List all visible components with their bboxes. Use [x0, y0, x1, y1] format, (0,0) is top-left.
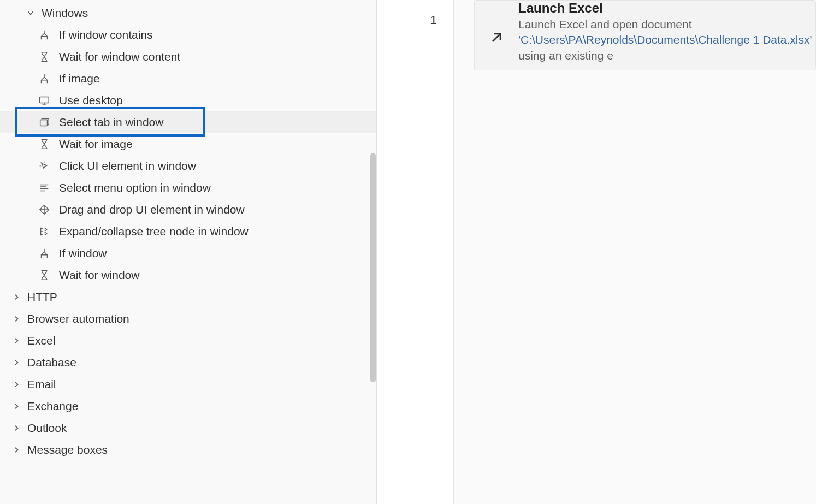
action-label: If window contains	[59, 28, 153, 41]
category-outlook[interactable]: Outlook	[0, 417, 376, 439]
action-wait-for-image[interactable]: Wait for image	[0, 133, 376, 155]
hourglass-icon	[38, 138, 50, 150]
svg-rect-1	[40, 120, 48, 126]
category-excel[interactable]: Excel	[0, 330, 376, 352]
action-expand-collapse-tree-node[interactable]: Expand/collapse tree node in window	[0, 221, 376, 242]
category-label: Windows	[42, 7, 88, 20]
category-browser-automation[interactable]: Browser automation	[0, 308, 376, 330]
category-http[interactable]: HTTP	[0, 286, 376, 308]
actions-tree-pane: Windows If window contains Wait for wind…	[0, 0, 377, 504]
action-wait-window-content[interactable]: Wait for window content	[0, 46, 376, 68]
action-label: Use desktop	[59, 94, 123, 107]
branch-icon	[38, 73, 50, 85]
launch-icon	[475, 1, 518, 63]
action-select-menu-option[interactable]: Select menu option in window	[0, 177, 376, 199]
category-label: Message boxes	[27, 443, 108, 456]
category-message-boxes[interactable]: Message boxes	[0, 439, 376, 461]
svg-rect-0	[40, 97, 49, 103]
flow-step-launch-excel[interactable]: Launch Excel Launch Excel and open docum…	[474, 0, 816, 70]
hourglass-icon	[38, 269, 50, 281]
category-exchange[interactable]: Exchange	[0, 395, 376, 417]
action-if-window[interactable]: If window	[0, 242, 376, 264]
step-sub-before: Launch Excel and open document	[518, 18, 692, 31]
chevron-down-icon	[26, 9, 35, 17]
chevron-right-icon	[12, 315, 21, 323]
chevron-right-icon	[12, 380, 21, 389]
step-sub-filepath: 'C:\Users\PA\Reynolds\Documents\Challeng…	[518, 33, 812, 46]
action-label: Wait for window	[59, 269, 139, 282]
category-email[interactable]: Email	[0, 373, 376, 395]
action-label: Wait for image	[59, 138, 133, 151]
action-wait-for-window[interactable]: Wait for window	[0, 264, 376, 286]
flow-designer-pane: Launch Excel Launch Excel and open docum…	[454, 0, 816, 504]
action-use-desktop[interactable]: Use desktop	[0, 90, 376, 111]
step-sub-after: using an existing e	[518, 49, 613, 62]
action-label: Drag and drop UI element in window	[59, 203, 245, 216]
chevron-right-icon	[12, 336, 21, 345]
category-database[interactable]: Database	[0, 352, 376, 373]
chevron-right-icon	[12, 402, 21, 411]
drag-icon	[38, 204, 50, 216]
action-select-tab-in-window[interactable]: Select tab in window	[0, 111, 376, 133]
action-label: Select tab in window	[59, 116, 163, 129]
hourglass-icon	[38, 51, 50, 63]
branch-icon	[38, 247, 50, 259]
action-label: Select menu option in window	[59, 181, 211, 194]
action-if-image[interactable]: If image	[0, 68, 376, 90]
tree-expand-icon	[38, 226, 50, 238]
action-click-ui-element[interactable]: Click UI element in window	[0, 155, 376, 177]
chevron-right-icon	[12, 424, 21, 432]
category-label: Outlook	[27, 422, 67, 435]
category-label: Browser automation	[27, 312, 129, 325]
line-number: 1	[430, 13, 437, 27]
action-label: If image	[59, 72, 100, 85]
menu-lines-icon	[38, 182, 50, 194]
category-label: Database	[27, 356, 76, 369]
action-label: Click UI element in window	[59, 159, 196, 173]
cursor-click-icon	[38, 160, 50, 172]
tabs-icon	[38, 116, 50, 128]
action-label: If window	[59, 247, 107, 260]
line-number-gutter: 1	[377, 0, 454, 504]
branch-icon	[38, 29, 50, 41]
chevron-right-icon	[12, 446, 21, 454]
chevron-right-icon	[12, 358, 21, 367]
category-label: Email	[27, 378, 56, 391]
category-label: Exchange	[27, 400, 78, 413]
chevron-right-icon	[12, 293, 21, 301]
actions-scrollbar[interactable]	[370, 153, 376, 382]
step-subtitle: Launch Excel and open document 'C:\Users…	[518, 17, 815, 63]
action-label: Wait for window content	[59, 50, 180, 63]
action-drag-drop-ui-element[interactable]: Drag and drop UI element in window	[0, 199, 376, 221]
step-title: Launch Excel	[518, 1, 815, 16]
category-windows[interactable]: Windows	[0, 2, 376, 24]
desktop-icon	[38, 94, 50, 106]
category-label: Excel	[27, 334, 55, 347]
action-label: Expand/collapse tree node in window	[59, 225, 249, 238]
action-if-window-contains[interactable]: If window contains	[0, 24, 376, 46]
category-label: HTTP	[27, 290, 57, 304]
